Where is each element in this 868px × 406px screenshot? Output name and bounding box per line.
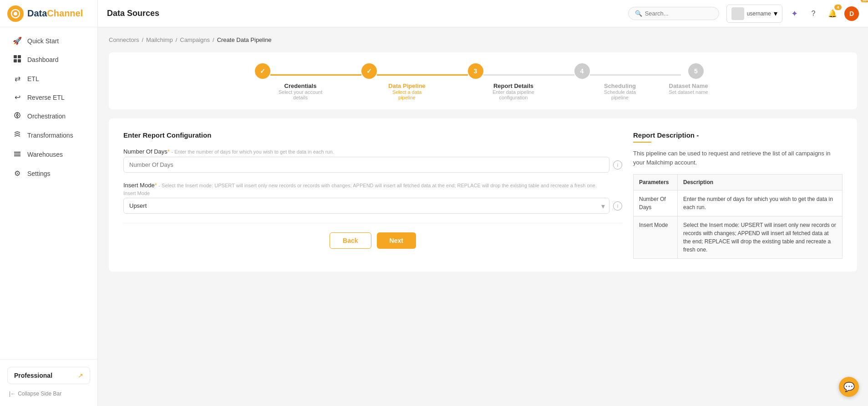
sidebar-item-label: Orchestration	[27, 113, 66, 120]
search-input[interactable]	[645, 10, 718, 17]
transformations-icon	[13, 131, 22, 140]
step-data-pipeline: ✓ Data Pipeline Select a data pipeline	[361, 63, 468, 100]
sidebar-item-warehouses[interactable]: Warehouses	[4, 145, 94, 164]
insert-mode-select-row: Upsert Append Replace ▾ i	[123, 198, 622, 214]
svg-rect-2	[14, 55, 17, 58]
step-sublabel-report-details: Enter data pipeline configuration	[486, 89, 541, 100]
step-circle-dataset-name: 5	[688, 63, 704, 79]
step-label-scheduling: Scheduling	[604, 82, 636, 89]
report-description-underline	[633, 142, 651, 143]
next-button[interactable]: Next	[377, 232, 416, 249]
messages-badge: 99+	[861, 0, 868, 2]
help-icon: ?	[812, 10, 816, 18]
svg-point-1	[14, 12, 17, 15]
stepper-container: ✓ Credentials Select your account detail…	[109, 52, 857, 109]
breadcrumb-connectors[interactable]: Connectors	[109, 36, 139, 43]
logo-text: DataChannel	[27, 8, 83, 19]
insert-mode-select-wrapper: Upsert Append Replace ▾	[123, 198, 609, 214]
user-avatar-button[interactable]: D 99+	[844, 6, 859, 21]
number-of-days-info-icon[interactable]: i	[613, 160, 622, 170]
breadcrumb-campaigns[interactable]: Campaigns	[180, 36, 210, 43]
step-credentials: ✓ Credentials Select your account detail…	[255, 63, 361, 100]
chat-support-button[interactable]: 💬	[839, 377, 859, 397]
step-sublabel-scheduling: Schedule data pipeline	[597, 89, 643, 100]
insert-mode-select[interactable]: Upsert Append Replace	[123, 198, 609, 214]
sidebar-item-label: Reverse ETL	[27, 94, 65, 101]
report-description-body: This pipeline can be used to request and…	[633, 149, 843, 167]
sidebar-item-label: Transformations	[27, 132, 73, 139]
svg-rect-10	[14, 152, 20, 153]
etl-icon: ⇄	[13, 74, 22, 83]
sidebar: DataChannel 🚀 Quick Start Dashboard ⇄ ET…	[0, 0, 98, 406]
step-line-4	[590, 74, 681, 76]
step-label-credentials: Credentials	[284, 82, 317, 89]
step-line-3	[483, 74, 574, 76]
step-label-report-details: Report Details	[493, 82, 533, 89]
sidebar-item-settings[interactable]: ⚙ Settings	[4, 164, 94, 182]
step-dataset-name: 5 Dataset Name Set dataset name	[681, 63, 711, 95]
step-circle-report-details: 3	[468, 63, 483, 79]
step-sublabel-credentials: Select your account details	[278, 89, 323, 100]
magic-button[interactable]: ✦	[787, 6, 802, 21]
sidebar-item-transformations[interactable]: Transformations	[4, 126, 94, 144]
insert-mode-floating-label: Insert Mode	[123, 190, 622, 196]
user-avatar	[731, 7, 744, 20]
number-of-days-input-row: i	[123, 157, 622, 173]
chat-icon: 💬	[843, 381, 855, 392]
professional-badge[interactable]: Professional ↗	[7, 367, 90, 384]
step-line-2	[377, 74, 468, 76]
dashboard-icon	[13, 55, 22, 64]
svg-point-7	[16, 114, 18, 116]
collapse-sidebar-button[interactable]: |← Collapse Side Bar	[7, 389, 90, 399]
orchestration-icon	[13, 112, 22, 121]
user-dropdown[interactable]: username ▾	[726, 5, 782, 23]
step-line-1	[270, 74, 361, 76]
bell-icon: 🔔	[828, 9, 837, 18]
settings-icon: ⚙	[13, 169, 22, 178]
svg-rect-12	[14, 155, 20, 156]
sidebar-item-quick-start[interactable]: 🚀 Quick Start	[4, 32, 94, 50]
insert-mode-info-icon[interactable]: i	[613, 201, 622, 211]
step-report-details: 3 Report Details Enter data pipeline con…	[468, 63, 574, 100]
step-label-data-pipeline: Data Pipeline	[388, 82, 426, 89]
sidebar-item-orchestration[interactable]: Orchestration	[4, 107, 94, 125]
reverse-etl-icon: ↩	[13, 93, 22, 102]
sidebar-item-label: Dashboard	[27, 56, 59, 63]
back-button[interactable]: Back	[330, 232, 371, 249]
param-desc-1: Select the Insert mode: UPSERT will inse…	[678, 216, 843, 259]
magic-icon: ✦	[791, 9, 798, 19]
sidebar-item-label: Settings	[27, 170, 51, 177]
sidebar-bottom: Professional ↗ |← Collapse Side Bar	[0, 359, 97, 406]
sidebar-item-reverse-etl[interactable]: ↩ Reverse ETL	[4, 88, 94, 106]
quick-start-icon: 🚀	[13, 36, 22, 45]
form-left: Enter Report Configuration Number Of Day…	[123, 131, 622, 259]
step-circle-credentials: ✓	[255, 63, 270, 79]
notifications-button[interactable]: 🔔 4	[825, 6, 840, 21]
params-table-header-description: Description	[678, 175, 843, 190]
professional-label: Professional	[14, 372, 52, 379]
page-title: Data Sources	[107, 9, 621, 18]
topbar-right: username ▾ ✦ ? 🔔 4 D 99+	[726, 5, 859, 23]
user-initial: D	[849, 10, 854, 17]
help-button[interactable]: ?	[806, 6, 821, 21]
warehouses-icon	[13, 150, 22, 159]
user-name: username	[747, 10, 771, 17]
sidebar-item-etl[interactable]: ⇄ ETL	[4, 70, 94, 87]
svg-rect-3	[18, 55, 21, 58]
form-button-row: Back Next	[123, 232, 622, 249]
number-of-days-label: Number Of Days* - Enter the number of da…	[123, 148, 622, 155]
svg-rect-11	[14, 154, 20, 154]
external-link-icon: ↗	[78, 372, 83, 379]
number-of-days-field-group: Number Of Days* - Enter the number of da…	[123, 148, 622, 173]
logo-area: DataChannel	[0, 0, 97, 27]
step-label-dataset-name: Dataset Name	[669, 82, 708, 89]
sidebar-item-label: Quick Start	[27, 37, 59, 45]
stepper: ✓ Credentials Select your account detail…	[127, 63, 839, 100]
svg-rect-4	[14, 59, 17, 62]
form-section-title: Enter Report Configuration	[123, 131, 622, 139]
sidebar-item-dashboard[interactable]: Dashboard	[4, 51, 94, 69]
breadcrumb-mailchimp[interactable]: Mailchimp	[146, 36, 173, 43]
report-description-title: Report Description -	[633, 131, 843, 139]
number-of-days-input[interactable]	[123, 157, 609, 173]
params-table: Parameters Description Number Of Days En…	[633, 174, 843, 259]
